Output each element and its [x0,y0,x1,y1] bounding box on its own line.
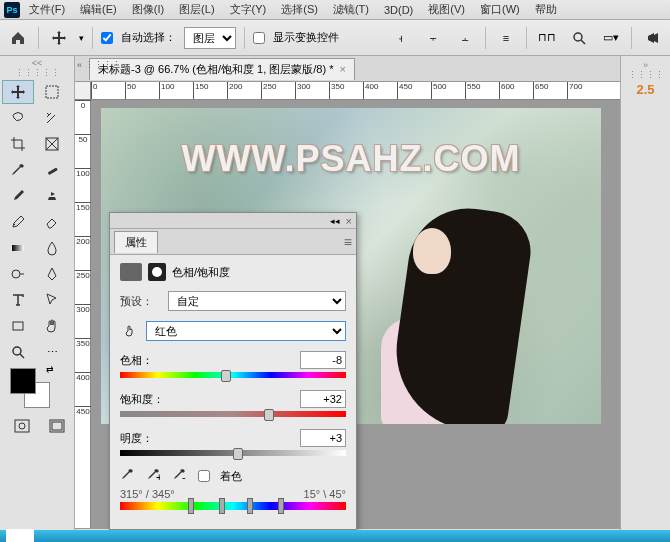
range-handle[interactable] [278,498,284,514]
healing-brush-tool[interactable] [36,158,68,182]
hue-input[interactable] [300,351,346,369]
quick-mask-icon[interactable] [6,414,37,438]
eraser-tool[interactable] [36,210,68,234]
document-tab[interactable]: 未标题-3 @ 66.7% (色相/饱和度 1, 图层蒙版/8) * × [89,58,355,80]
auto-select-checkbox[interactable] [101,32,113,44]
hue-slider-thumb[interactable] [221,370,231,382]
close-tab-icon[interactable]: × [340,63,346,75]
finger-scrubby-icon[interactable] [120,322,140,340]
hue-sat-icon[interactable] [120,263,142,281]
hue-slider[interactable] [120,372,346,380]
blur-tool[interactable] [36,236,68,260]
move-tool[interactable] [2,80,34,104]
align-left-icon[interactable]: ⫞ [389,26,413,50]
menu-filter[interactable]: 滤镜(T) [327,1,375,18]
screen-mode-icon[interactable] [41,414,72,438]
more-tools-icon[interactable]: ⋯ [36,340,68,364]
panel-collapse-icon[interactable]: « ⋮⋮⋮⋮ [77,60,121,70]
ruler-tick: 400 [75,372,91,382]
share-icon[interactable] [640,26,664,50]
gradient-tool[interactable] [2,236,34,260]
collapse-panel-icon[interactable]: ◂◂ [330,216,340,226]
windows-taskbar[interactable] [0,530,670,542]
menu-help[interactable]: 帮助 [529,1,563,18]
windows-start-button[interactable] [6,529,34,542]
saturation-input[interactable] [300,390,346,408]
saturation-slider[interactable] [120,411,346,419]
range-handle[interactable] [188,498,194,514]
range-handle[interactable] [247,498,253,514]
range-right-value: 15° \ 45° [304,488,346,500]
menu-window[interactable]: 窗口(W) [474,1,526,18]
lightness-input[interactable] [300,429,346,447]
eyedropper-subtract-icon[interactable]: - [172,468,188,484]
arrange-docs-icon[interactable]: ▭▾ [599,26,623,50]
lasso-tool[interactable] [2,106,34,130]
dodge-tool[interactable] [2,262,34,286]
brush-tool[interactable] [2,184,34,208]
search-icon[interactable] [567,26,591,50]
separator [92,27,93,49]
3d-mode-icon[interactable]: ⊓⊓ [535,26,559,50]
clone-stamp-tool[interactable] [36,184,68,208]
menu-view[interactable]: 视图(V) [422,1,471,18]
marquee-tool[interactable] [36,80,68,104]
menu-text[interactable]: 文字(Y) [224,1,273,18]
magic-wand-tool[interactable] [36,106,68,130]
hand-tool[interactable] [36,314,68,338]
menu-file[interactable]: 文件(F) [23,1,71,18]
home-icon[interactable] [6,26,30,50]
ruler-origin[interactable] [75,82,91,100]
svg-point-5 [12,270,20,278]
ruler-tick: 350 [75,338,91,348]
ruler-tick: 200 [227,82,242,100]
color-range-select[interactable]: 红色 [146,321,346,341]
distribute-icon[interactable]: ≡ [494,26,518,50]
frame-tool[interactable] [36,132,68,156]
menu-layer[interactable]: 图层(L) [173,1,220,18]
zoom-tool[interactable] [2,340,34,364]
rectangle-tool[interactable] [2,314,34,338]
properties-panel: ◂◂ × 属性 ≡ 色相/饱和度 预设： 自定 红色 色相： [109,212,357,530]
foreground-color[interactable] [10,368,36,394]
swap-colors-icon[interactable]: ⇄ [46,364,54,374]
panel-titlebar[interactable]: ◂◂ × [110,213,356,229]
auto-select-mode[interactable]: 图层 [184,27,236,49]
move-tool-icon[interactable] [47,26,71,50]
collapse-handle-icon[interactable]: <<⋮⋮⋮⋮⋮ [2,58,72,78]
lightness-slider-thumb[interactable] [233,448,243,460]
properties-tab[interactable]: 属性 [114,231,158,253]
crop-tool[interactable] [2,132,34,156]
history-brush-tool[interactable] [2,210,34,234]
color-swatch[interactable]: ⇄ [10,368,50,408]
eyedropper-icon[interactable] [120,468,136,484]
lightness-slider[interactable] [120,450,346,458]
eyedropper-tool[interactable] [2,158,34,182]
show-transform-checkbox[interactable] [253,32,265,44]
type-tool[interactable] [2,288,34,312]
menu-image[interactable]: 图像(I) [126,1,170,18]
menu-select[interactable]: 选择(S) [275,1,324,18]
colorize-checkbox[interactable] [198,470,210,482]
svg-text:+: + [156,471,160,482]
ruler-tick: 500 [431,82,446,100]
dropdown-caret-icon[interactable]: ▾ [79,33,84,43]
close-panel-icon[interactable]: × [346,215,352,227]
path-selection-tool[interactable] [36,288,68,312]
preset-select[interactable]: 自定 [168,291,346,311]
panel-menu-icon[interactable]: ≡ [344,234,352,250]
layer-mask-icon[interactable] [148,263,166,281]
menu-3d[interactable]: 3D(D) [378,3,419,17]
menu-edit[interactable]: 编辑(E) [74,1,123,18]
align-right-icon[interactable]: ⫠ [453,26,477,50]
align-center-icon[interactable]: ⫟ [421,26,445,50]
separator [38,27,39,49]
color-range-bar[interactable] [120,502,346,510]
range-handle[interactable] [219,498,225,514]
ruler-tick: 200 [75,236,91,246]
saturation-slider-thumb[interactable] [264,409,274,421]
panel-collapse-icon[interactable]: »⋮⋮⋮⋮ [625,60,666,80]
eyedropper-add-icon[interactable]: + [146,468,162,484]
separator [244,27,245,49]
pen-tool[interactable] [36,262,68,286]
